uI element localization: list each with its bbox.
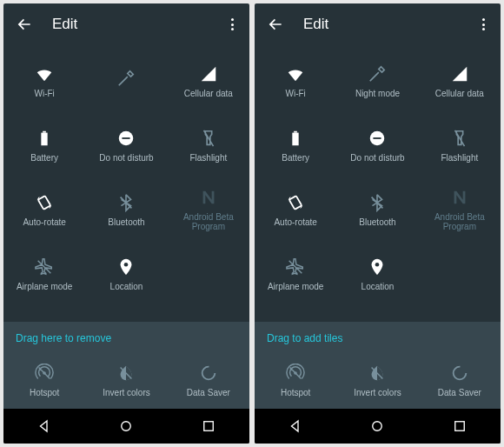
tile-label: Data Saver xyxy=(187,388,230,397)
wifi-icon xyxy=(286,64,305,83)
qs-tile-datasaver[interactable]: Data Saver xyxy=(168,351,249,409)
qs-tile-hotspot[interactable]: Hotspot xyxy=(255,351,336,409)
tile-label: Battery xyxy=(282,153,309,163)
qs-tile-hotspot[interactable]: Hotspot xyxy=(3,351,85,409)
qs-tile-invert[interactable]: Invert colors xyxy=(85,351,167,409)
hotspot-icon xyxy=(35,364,54,383)
tile-grid: Wi-Fi Night mode Cellular data Battery D… xyxy=(255,45,501,322)
qs-tile-wifi[interactable]: Wi-Fi xyxy=(3,49,85,113)
svg-point-18 xyxy=(373,422,382,431)
navbar xyxy=(3,409,249,444)
tile-label: Auto-rotate xyxy=(23,217,65,227)
qs-tile-nlogo[interactable]: Android Beta Program xyxy=(419,177,501,242)
nav-back[interactable] xyxy=(36,417,53,435)
nav-home[interactable] xyxy=(117,417,135,435)
tile-grid: Wi-Fi Cellular data Battery Do not distu… xyxy=(3,45,249,322)
qs-tile-dropper[interactable] xyxy=(85,49,167,113)
qs-tile-signal[interactable]: Cellular data xyxy=(168,49,249,113)
qs-tile-dropper[interactable]: Night mode xyxy=(336,49,418,113)
header: Edit xyxy=(255,3,501,45)
qs-tile-signal[interactable]: Cellular data xyxy=(419,49,501,113)
qs-tile-rotate[interactable]: Auto-rotate xyxy=(3,177,85,242)
wifi-icon xyxy=(35,64,54,83)
qs-tile-bluetooth[interactable]: Bluetooth xyxy=(336,177,418,242)
rotate-icon xyxy=(286,193,305,212)
overflow-menu[interactable] xyxy=(228,15,237,34)
tile-label: Android Beta Program xyxy=(419,212,501,231)
datasaver-icon xyxy=(450,364,469,383)
tile-label: Location xyxy=(361,282,395,291)
airplane-icon xyxy=(286,257,305,277)
dropper-icon xyxy=(368,64,387,83)
signal-icon xyxy=(199,64,218,83)
datasaver-icon xyxy=(199,364,218,383)
dropper-icon xyxy=(116,69,136,88)
nav-recent[interactable] xyxy=(451,417,468,435)
qs-tile-location[interactable]: Location xyxy=(85,242,167,306)
drag-area[interactable]: Drag here to remove Hotspot Invert color… xyxy=(3,322,249,409)
tile-label: Invert colors xyxy=(354,388,401,397)
tile-label: Cellular data xyxy=(435,89,484,98)
battery-icon xyxy=(286,129,305,148)
tile-label: Airplane mode xyxy=(268,282,323,291)
back-button[interactable] xyxy=(267,16,284,33)
svg-point-7 xyxy=(202,366,215,379)
tile-label: Wi-Fi xyxy=(35,89,55,98)
hotspot-icon xyxy=(286,364,305,383)
qs-tile-flashlight[interactable]: Flashlight xyxy=(419,113,501,177)
qs-tile-datasaver[interactable]: Data Saver xyxy=(419,351,501,409)
qs-tile-battery[interactable]: Battery xyxy=(255,113,336,177)
svg-rect-9 xyxy=(204,422,214,431)
svg-point-17 xyxy=(453,366,466,379)
qs-tile-flashlight[interactable]: Flashlight xyxy=(168,113,249,177)
svg-rect-11 xyxy=(294,130,297,132)
back-button[interactable] xyxy=(16,16,33,33)
tile-label: Invert colors xyxy=(103,388,149,397)
qs-tile-location[interactable]: Location xyxy=(336,242,418,306)
nav-home[interactable] xyxy=(368,417,386,435)
navbar xyxy=(255,409,501,444)
dnd-icon xyxy=(116,129,136,148)
tile-label: Android Beta Program xyxy=(168,212,249,231)
nav-recent[interactable] xyxy=(200,417,217,435)
header: Edit xyxy=(3,3,249,45)
phone-screen-1: Edit Wi-Fi Night mode Cellular data Batt… xyxy=(255,3,501,444)
drag-hint: Drag here to remove xyxy=(3,332,249,351)
tile-label: Flashlight xyxy=(441,153,478,163)
drag-hint: Drag to add tiles xyxy=(255,332,501,351)
nav-back[interactable] xyxy=(287,417,304,435)
tile-label: Battery xyxy=(30,153,58,163)
tile-label: Airplane mode xyxy=(17,282,72,291)
bluetooth-icon xyxy=(368,193,387,212)
qs-tile-dnd[interactable]: Do not disturb xyxy=(85,113,167,177)
qs-tile-nlogo[interactable]: Android Beta Program xyxy=(168,177,249,242)
invert-icon xyxy=(368,364,387,383)
location-icon xyxy=(116,257,136,277)
qs-tile-invert[interactable]: Invert colors xyxy=(336,351,418,409)
qs-tile-dnd[interactable]: Do not disturb xyxy=(336,113,418,177)
qs-tile-wifi[interactable]: Wi-Fi xyxy=(255,49,336,113)
qs-tile-battery[interactable]: Battery xyxy=(3,113,85,177)
qs-tile-airplane[interactable]: Airplane mode xyxy=(3,242,85,306)
svg-rect-13 xyxy=(374,137,381,139)
signal-icon xyxy=(450,64,469,83)
svg-rect-0 xyxy=(41,132,47,145)
overflow-menu[interactable] xyxy=(479,15,488,34)
svg-rect-1 xyxy=(43,130,46,132)
qs-tile-rotate[interactable]: Auto-rotate xyxy=(255,177,336,242)
svg-rect-4 xyxy=(38,196,50,210)
drag-area[interactable]: Drag to add tiles Hotspot Invert colors … xyxy=(255,322,501,409)
tile-label: Bluetooth xyxy=(359,217,395,227)
qs-tile-bluetooth[interactable]: Bluetooth xyxy=(85,177,167,242)
invert-icon xyxy=(116,364,136,383)
dnd-icon xyxy=(368,129,387,148)
svg-rect-14 xyxy=(289,196,302,210)
nlogo-icon xyxy=(199,188,218,207)
tile-label: Do not disturb xyxy=(350,153,404,163)
tile-label: Bluetooth xyxy=(108,217,144,227)
qs-tile-airplane[interactable]: Airplane mode xyxy=(255,242,336,306)
tile-label: Auto-rotate xyxy=(274,217,316,227)
svg-rect-19 xyxy=(455,422,465,431)
bluetooth-icon xyxy=(116,193,136,212)
battery-icon xyxy=(35,129,54,148)
